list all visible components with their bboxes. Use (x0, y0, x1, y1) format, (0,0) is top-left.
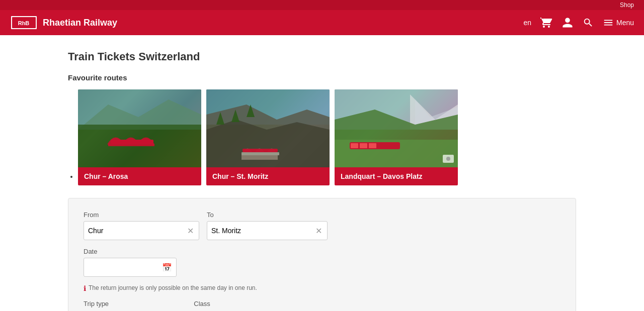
from-to-row: From ✕ To ✕ (84, 211, 560, 240)
menu-button[interactable]: Menu (603, 17, 634, 28)
date-input-wrapper: 📅 (84, 258, 177, 277)
to-label: To (207, 211, 328, 219)
from-input-wrapper: ✕ (84, 221, 199, 240)
logo-area[interactable]: RhB Rhaetian Railway (10, 15, 117, 30)
main-content: Train Tickets Switzerland Favourite rout… (58, 35, 586, 311)
main-header: RhB Rhaetian Railway en Menu (0, 10, 644, 35)
class-group: Class 1st Class 2nd Class (194, 300, 285, 311)
date-input[interactable] (88, 263, 162, 271)
svg-rect-8 (111, 140, 153, 144)
route-label-chur-arosa: Chur – Arosa (78, 167, 201, 185)
svg-point-27 (446, 157, 450, 161)
to-clear-button[interactable]: ✕ (314, 226, 323, 236)
shop-bar: Shop (0, 0, 644, 10)
to-input-wrapper: ✕ (207, 221, 328, 240)
svg-rect-23 (351, 143, 358, 148)
cart-icon (540, 17, 552, 29)
calendar-icon[interactable]: 📅 (162, 263, 172, 272)
svg-rect-15 (242, 152, 279, 155)
route-card-image-chur-moritz (206, 89, 330, 167)
language-button[interactable]: en (523, 19, 531, 27)
date-label: Date (84, 248, 177, 255)
from-group: From ✕ (84, 211, 199, 240)
info-icon: ℹ (84, 284, 86, 292)
landwasser-overlay (206, 89, 330, 167)
viaduct-overlay (78, 89, 201, 167)
trip-type-group: Trip type One way Return (84, 300, 164, 311)
route-card-chur-arosa[interactable]: Chur – Arosa (78, 89, 201, 185)
from-label: From (84, 211, 199, 219)
svg-rect-7 (108, 144, 154, 146)
page-title: Train Tickets Switzerland (68, 50, 576, 63)
account-button[interactable] (561, 17, 574, 29)
booking-form: From ✕ To ✕ Date 📅 (68, 198, 576, 311)
route-cards: Chur – Arosa (78, 89, 576, 185)
person-icon (561, 17, 574, 29)
svg-rect-24 (360, 143, 367, 148)
routes-list: Chur – Arosa (68, 89, 576, 185)
info-message: ℹ The return journey is only possible on… (84, 284, 560, 292)
date-row: Date 📅 (84, 248, 560, 277)
class-label: Class (194, 300, 285, 307)
hamburger-icon (603, 17, 614, 28)
favourite-routes-title: Favourite routes (68, 73, 576, 82)
route-label-landquart-davos: Landquart – Davos Platz (335, 167, 458, 185)
cart-button[interactable] (540, 17, 552, 29)
to-input[interactable] (211, 227, 314, 235)
search-button[interactable] (583, 17, 594, 28)
menu-label: Menu (616, 19, 634, 27)
svg-text:RhB: RhB (18, 20, 30, 26)
brand-name: Rhaetian Railway (43, 18, 117, 28)
shop-link[interactable]: Shop (620, 2, 634, 9)
from-input[interactable] (88, 227, 186, 235)
rhb-logo-icon: RhB (10, 15, 38, 30)
landquart-overlay (335, 89, 458, 167)
to-group: To ✕ (207, 211, 328, 240)
route-label-chur-moritz: Chur – St. Moritz (206, 167, 330, 185)
svg-rect-16 (243, 149, 278, 152)
header-right: en Menu (523, 17, 634, 29)
route-card-image-landquart (335, 89, 458, 167)
date-group: Date 📅 (84, 248, 177, 277)
svg-rect-25 (369, 143, 376, 148)
info-text: The return journey is only possible on t… (89, 284, 257, 291)
routes-list-item: Chur – Arosa (78, 89, 576, 185)
options-row: Trip type One way Return Class (84, 300, 560, 311)
route-card-chur-moritz[interactable]: Chur – St. Moritz (206, 89, 330, 185)
search-icon (583, 17, 594, 28)
from-clear-button[interactable]: ✕ (186, 226, 195, 236)
route-card-landquart-davos[interactable]: Landquart – Davos Platz (335, 89, 458, 185)
trip-type-label: Trip type (84, 300, 164, 307)
route-card-image-chur-arosa (78, 89, 201, 167)
